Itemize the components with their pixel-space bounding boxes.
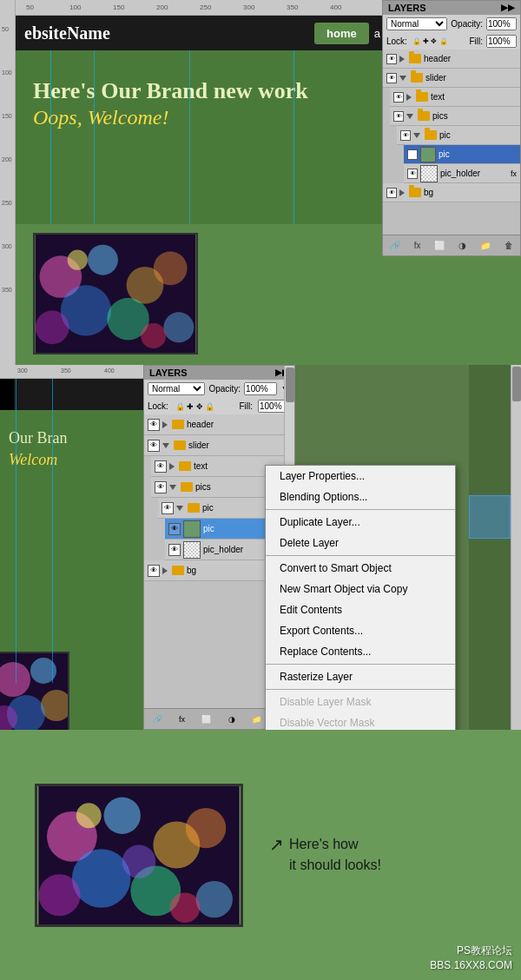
svg-point-2	[88, 245, 118, 275]
layer-item-bg[interactable]: 👁 bg	[383, 183, 520, 202]
footer-line1: PS教程论坛	[430, 944, 512, 958]
visibility-icon[interactable]: 👁	[148, 565, 160, 577]
layer-name: slider	[188, 440, 209, 450]
visibility-icon[interactable]: 👁	[386, 73, 397, 83]
layer-name: header	[187, 420, 214, 429]
blend-mode-select-mid[interactable]: Normal	[148, 382, 205, 395]
svg-point-8	[163, 312, 194, 342]
link-icon[interactable]: 🔗	[390, 241, 400, 250]
layer-name: text	[431, 92, 445, 102]
fill-input[interactable]	[486, 35, 517, 48]
mid-hero: Our Bran Welcom	[0, 410, 143, 549]
svg-point-26	[76, 803, 102, 828]
layer-item-pic-holder[interactable]: 👁 pic_holder fx	[404, 164, 520, 183]
folder-icon	[172, 566, 184, 575]
footer: PS教程论坛 BBS.16XX8.COM	[430, 944, 512, 973]
fx-icon[interactable]: fx	[414, 241, 421, 250]
layer-item-pics[interactable]: 👁 pics	[390, 107, 520, 126]
folder-new-icon[interactable]: 📁	[252, 715, 261, 724]
visibility-icon[interactable]: 👁	[162, 502, 174, 514]
svg-point-19	[104, 797, 141, 833]
ctx-edit-contents[interactable]: Edit Contents	[266, 599, 455, 620]
layer-item-text[interactable]: 👁 text	[390, 88, 520, 107]
opacity-input[interactable]	[486, 17, 517, 30]
layer-name: pic	[439, 130, 451, 140]
layer-name: pic_holder	[203, 545, 243, 554]
visibility-icon[interactable]: 👁	[407, 169, 418, 179]
nav-extra-top: a	[374, 27, 380, 40]
folder-icon	[416, 92, 428, 102]
mask-icon[interactable]: ⬜	[201, 715, 211, 724]
lpm-item-slider[interactable]: 👁 slider	[144, 435, 294, 456]
context-menu[interactable]: Layer Properties... Blending Options... …	[265, 465, 456, 730]
ctx-separator	[266, 664, 455, 665]
ctx-delete-layer[interactable]: Delete Layer	[266, 533, 455, 553]
adjustment-icon[interactable]: ◑	[458, 241, 466, 250]
visibility-icon[interactable]: 👁	[386, 188, 397, 198]
ctx-new-smart-object-copy[interactable]: New Smart Object via Copy	[266, 579, 455, 599]
ctx-replace-contents[interactable]: Replace Contents...	[266, 641, 455, 662]
folder-icon	[418, 111, 430, 121]
scroll-thumb[interactable]	[286, 368, 294, 402]
layers-lock-row: Lock: 🔒 ✚ ✥ 🔒 Fill:	[383, 33, 520, 50]
visibility-icon[interactable]: 👁	[148, 419, 160, 431]
visibility-icon[interactable]: 👁	[393, 111, 404, 122]
layer-thumbnail	[183, 520, 201, 538]
mask-icon[interactable]: ⬜	[434, 241, 445, 250]
layer-thumbnail	[420, 147, 436, 162]
svg-point-7	[154, 251, 188, 285]
lpm-item-header[interactable]: 👁 header	[144, 414, 294, 435]
mockup-nav-top: ebsiteName home a	[16, 16, 389, 50]
ctx-layer-properties[interactable]: Layer Properties...	[266, 466, 455, 487]
visibility-icon[interactable]: 👁	[386, 54, 397, 64]
ctx-disable-vector-mask: Disable Vector Mask	[266, 712, 455, 730]
layers-panel-top[interactable]: LAYERS ▶▶ Normal Opacity: Lock: 🔒 ✚ ✥ 🔒 …	[382, 0, 521, 256]
layer-name: bg	[187, 566, 196, 575]
visibility-icon[interactable]: 👁	[168, 544, 181, 556]
fx-icon[interactable]: fx	[179, 715, 185, 724]
right-scroll-thumb[interactable]	[512, 367, 521, 401]
svg-point-21	[72, 849, 130, 907]
adjustment-icon[interactable]: ◑	[228, 715, 235, 724]
layer-item-slider[interactable]: 👁 slider	[383, 69, 520, 88]
layer-thumbnail-checkered	[183, 541, 201, 559]
visibility-icon[interactable]: 👁	[155, 460, 167, 473]
selected-layer-highlight	[469, 495, 511, 539]
ctx-duplicate-layer[interactable]: Duplicate Layer...	[266, 512, 455, 533]
middle-section: 300 350 400 Our Bran Welcom	[0, 365, 521, 730]
folder-icon	[409, 54, 421, 63]
svg-point-25	[196, 880, 233, 917]
right-scrollbar[interactable]	[511, 365, 521, 730]
mid-hero-line2: Welcom	[9, 449, 135, 471]
layers-mid-mode-row[interactable]: Normal Opacity: ▼	[144, 380, 294, 398]
visibility-icon[interactable]: 👁	[168, 523, 181, 535]
layers-mid-lock-row: Lock: 🔒 ✚ ✥ 🔒 Fill:	[144, 398, 294, 414]
ctx-separator	[266, 689, 455, 690]
visibility-icon[interactable]: 👁	[407, 149, 418, 160]
ctx-blending-options[interactable]: Blending Options...	[266, 487, 455, 507]
result-bokeh-image	[35, 784, 243, 927]
ctx-separator	[266, 555, 455, 556]
mockup-hero-top: Here's Our Brand new work Oops, Welcome!	[16, 50, 389, 224]
hero-welcome-top: Oops, Welcome!	[33, 106, 168, 129]
blend-mode-select[interactable]: Normal	[386, 17, 447, 30]
visibility-icon[interactable]: 👁	[148, 440, 160, 452]
link-icon[interactable]: 🔗	[153, 715, 162, 724]
layer-item-header[interactable]: 👁 header	[383, 50, 520, 69]
folder-new-icon[interactable]: 📁	[480, 241, 491, 250]
delete-icon[interactable]: 🗑	[505, 241, 513, 250]
visibility-icon[interactable]: 👁	[400, 130, 411, 141]
layer-item-pic-selected[interactable]: 👁 pic	[404, 145, 520, 164]
folder-icon	[181, 482, 193, 492]
layers-mid-title: LAYERS ▶▶	[144, 366, 294, 380]
svg-point-22	[38, 874, 80, 916]
visibility-icon[interactable]: 👁	[155, 481, 167, 493]
layers-mode-row[interactable]: Normal Opacity:	[383, 15, 520, 33]
hero-text-top: Here's Our Brand new work Oops, Welcome!	[33, 76, 308, 129]
ctx-rasterize-layer[interactable]: Rasterize Layer	[266, 666, 455, 687]
ctx-export-contents[interactable]: Export Contents...	[266, 620, 455, 641]
opacity-input-mid[interactable]	[244, 382, 277, 395]
visibility-icon[interactable]: 👁	[393, 92, 404, 103]
layer-item-pic-folder[interactable]: 👁 pic	[397, 126, 520, 145]
ctx-convert-smart-object[interactable]: Convert to Smart Object	[266, 558, 455, 579]
